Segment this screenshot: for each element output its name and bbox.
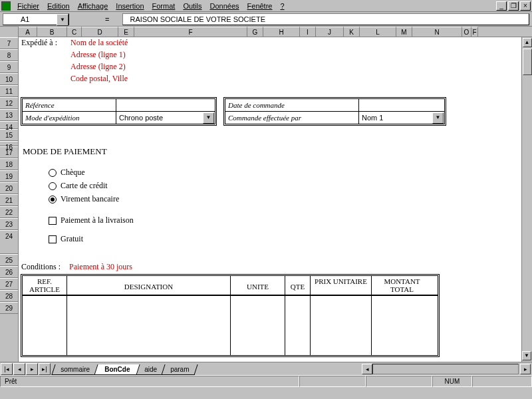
menu-help[interactable]: ? xyxy=(276,1,288,11)
row-header[interactable]: 20 xyxy=(0,182,18,194)
tab-nav-first[interactable]: |◂ xyxy=(1,363,13,375)
tab-boncde[interactable]: BonCde xyxy=(94,364,140,375)
tab-nav-next[interactable]: ▸ xyxy=(26,363,38,375)
row-header[interactable]: 11 xyxy=(0,85,18,97)
restore-button[interactable]: ❐ xyxy=(508,1,519,11)
row-header[interactable]: 13 xyxy=(0,109,18,121)
column-header[interactable]: D xyxy=(82,27,118,37)
row-header[interactable]: 10 xyxy=(0,73,18,85)
shipto-addr2[interactable]: Adresse (ligne 2) xyxy=(70,62,126,72)
scroll-thumb[interactable] xyxy=(523,49,532,75)
table-col[interactable] xyxy=(23,296,66,355)
table-col[interactable] xyxy=(285,296,310,355)
col-designation: DESIGNATION xyxy=(66,276,230,295)
reference-value[interactable] xyxy=(116,99,215,111)
tab-nav-last[interactable]: ▸| xyxy=(39,363,51,375)
scroll-right-icon[interactable]: ▸ xyxy=(520,364,531,374)
shipto-company[interactable]: Nom de la société xyxy=(70,38,128,48)
app-icon xyxy=(1,1,11,11)
vertical-scrollbar[interactable]: ▲ ▼ xyxy=(521,37,532,362)
row-header[interactable]: 18 xyxy=(0,158,18,170)
column-header[interactable]: F xyxy=(134,27,247,37)
row-header[interactable]: 7 xyxy=(0,37,18,49)
tab-sommaire[interactable]: sommaire xyxy=(51,364,98,375)
column-header[interactable]: H xyxy=(263,27,300,37)
checkbox-free[interactable]: Gratuit xyxy=(49,234,83,244)
column-header[interactable]: J xyxy=(316,27,344,37)
shipto-addr1[interactable]: Adresse (ligne 1) xyxy=(70,50,126,60)
order-date-value[interactable] xyxy=(358,99,444,111)
row-header[interactable]: 16 xyxy=(0,141,18,146)
menu-file[interactable]: Fichier xyxy=(13,1,43,11)
minimize-button[interactable]: _ xyxy=(496,1,507,11)
close-button[interactable]: × xyxy=(520,1,531,11)
menu-edit[interactable]: Edition xyxy=(43,1,74,11)
column-header[interactable]: B xyxy=(37,27,67,37)
tab-param[interactable]: param xyxy=(162,364,199,375)
ship-mode-dropdown[interactable]: Chrono poste xyxy=(116,112,215,124)
col-qte: QTE xyxy=(285,276,310,295)
col-unite: UNITE xyxy=(230,276,285,295)
table-col[interactable] xyxy=(66,296,230,355)
order-by-label: Commande effectuée par xyxy=(225,112,358,124)
checkbox-free-label: Gratuit xyxy=(61,234,83,244)
name-box[interactable]: A1 xyxy=(3,13,69,25)
row-header[interactable]: 21 xyxy=(0,194,18,206)
order-by-dropdown[interactable]: Nom 1 xyxy=(358,112,444,124)
radio-wire-transfer[interactable]: Virement bancaire xyxy=(49,194,119,204)
menu-view[interactable]: Affichage xyxy=(74,1,112,11)
scroll-down-icon[interactable]: ▼ xyxy=(522,351,531,360)
column-header[interactable]: N xyxy=(412,27,462,37)
tab-nav-prev[interactable]: ◂ xyxy=(13,363,25,375)
row-header[interactable]: 22 xyxy=(0,206,18,218)
column-header[interactable]: L xyxy=(360,27,396,37)
column-header[interactable]: M xyxy=(396,27,412,37)
column-header[interactable]: K xyxy=(344,27,360,37)
radio-credit-card[interactable]: Carte de crédit xyxy=(49,181,108,191)
row-header[interactable]: 23 xyxy=(0,218,18,230)
row-header[interactable]: 17 xyxy=(0,146,18,158)
formula-input[interactable]: RAISON SOCIALE DE VOTRE SOCIETE xyxy=(122,13,529,25)
conditions-value[interactable]: Paiement à 30 jours xyxy=(69,262,132,272)
row-header[interactable]: 25 xyxy=(0,254,18,266)
menu-tools[interactable]: Outils xyxy=(179,1,205,11)
row-header[interactable]: 8 xyxy=(0,49,18,61)
row-header[interactable]: 14 xyxy=(0,121,18,129)
table-col[interactable] xyxy=(310,296,371,355)
row-header[interactable]: 19 xyxy=(0,170,18,182)
column-header[interactable]: I xyxy=(300,27,316,37)
checkbox-cod[interactable]: Paiement à la livraison xyxy=(49,215,134,225)
column-header[interactable]: A xyxy=(19,27,37,37)
menu-insert[interactable]: Insertion xyxy=(112,1,148,11)
row-header[interactable]: 24 xyxy=(0,230,18,254)
radio-cheque[interactable]: Chèque xyxy=(49,168,85,178)
col-montant-total: MONTANT TOTAL xyxy=(371,276,432,295)
sheet-content[interactable]: Expédié à : Nom de la société Adresse (l… xyxy=(19,37,521,362)
table-col[interactable] xyxy=(371,296,432,355)
horizontal-scrollbar[interactable]: ◂ ▸ xyxy=(196,362,532,375)
select-all-corner[interactable] xyxy=(0,27,19,37)
row-header[interactable]: 12 xyxy=(0,97,18,109)
scroll-up-icon[interactable]: ▲ xyxy=(523,38,532,47)
row-header[interactable]: 28 xyxy=(0,290,18,302)
row-header[interactable]: 26 xyxy=(0,266,18,278)
column-header[interactable]: C xyxy=(67,27,82,37)
column-header[interactable]: E xyxy=(118,27,134,37)
row-header[interactable]: 9 xyxy=(0,61,18,73)
table-col[interactable] xyxy=(230,296,285,355)
column-header[interactable]: F xyxy=(471,27,478,37)
conditions-label: Conditions : xyxy=(21,262,61,272)
order-table: Date de commande Commande effectuée par … xyxy=(223,97,446,126)
menu-data[interactable]: Données xyxy=(206,1,243,11)
shipto-city[interactable]: Code postal, Ville xyxy=(70,74,128,84)
payment-heading: MODE DE PAIEMENT xyxy=(23,146,107,157)
sheet-tab-strip: |◂ ◂ ▸ ▸| sommaire BonCde aide param ◂ ▸ xyxy=(0,362,532,375)
row-header[interactable]: 15 xyxy=(0,129,18,141)
menu-format[interactable]: Format xyxy=(148,1,180,11)
scroll-left-icon[interactable]: ◂ xyxy=(362,364,372,374)
row-header[interactable]: 29 xyxy=(0,302,18,314)
row-header[interactable]: 27 xyxy=(0,278,18,290)
column-header[interactable]: G xyxy=(247,27,263,37)
menu-window[interactable]: Fenêtre xyxy=(243,1,277,11)
column-header[interactable]: O xyxy=(462,27,471,37)
